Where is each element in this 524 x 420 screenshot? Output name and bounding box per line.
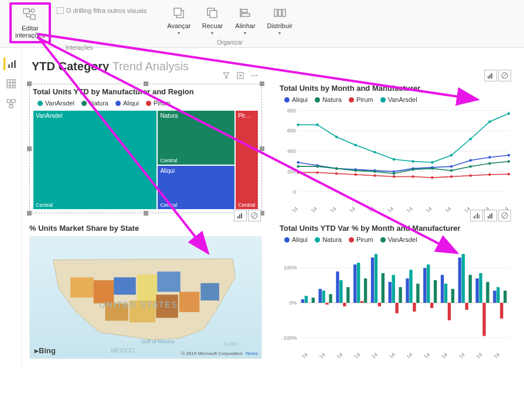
svg-rect-161 <box>322 291 325 303</box>
svg-point-65 <box>450 154 452 156</box>
svg-rect-26 <box>9 105 13 108</box>
line-chart-body[interactable]: 0200400600800Jan-14Feb-14Mar-14Apr-14May… <box>280 107 512 212</box>
bring-forward-button[interactable]: Avançar ▾ <box>164 2 194 38</box>
svg-rect-176 <box>378 303 381 306</box>
svg-rect-119 <box>200 283 219 301</box>
svg-text:Jun-14: Jun-14 <box>380 351 396 358</box>
svg-rect-12 <box>241 13 250 16</box>
report-canvas[interactable]: YTD Category Trend Analysis ⋯ Total Unit… <box>22 48 524 371</box>
ribbon-group-arrange: Avançar ▾ Recuar ▾ Alinhar ▾ Distribuir … <box>159 2 301 45</box>
svg-rect-125 <box>489 214 491 218</box>
align-button[interactable]: Alinhar ▾ <box>230 2 260 38</box>
svg-rect-120 <box>474 216 475 218</box>
svg-rect-14 <box>278 9 281 16</box>
visual-line-chart[interactable]: Total Units by Month and Manufacturer Al… <box>280 84 512 213</box>
svg-rect-167 <box>427 264 430 303</box>
svg-text:Sep-14: Sep-14 <box>435 206 452 212</box>
interaction-highlight-icon[interactable] <box>470 210 483 221</box>
visual-treemap[interactable]: ⋯ Total Units YTD by Manufacturer and Re… <box>29 84 262 213</box>
svg-rect-118 <box>179 292 200 312</box>
svg-rect-194 <box>486 282 489 303</box>
svg-point-100 <box>431 176 433 179</box>
svg-text:800: 800 <box>287 108 296 114</box>
nav-model-view[interactable] <box>5 97 18 110</box>
distribute-button[interactable]: Distribuir ▾ <box>263 2 295 38</box>
svg-point-2 <box>31 9 35 12</box>
map-mexico-label: MEXICO <box>111 347 134 354</box>
svg-text:0%: 0% <box>290 300 297 306</box>
svg-rect-183 <box>500 303 503 319</box>
svg-point-84 <box>355 169 357 172</box>
svg-text:Mar-14: Mar-14 <box>327 351 343 358</box>
svg-rect-19 <box>7 80 15 88</box>
svg-rect-30 <box>488 76 489 78</box>
svg-rect-32 <box>491 73 492 78</box>
edit-interactions-icon <box>22 7 38 23</box>
map-country-label: UNITED STATES <box>100 300 178 309</box>
svg-text:Apr-14: Apr-14 <box>345 351 361 358</box>
filter-icon[interactable] <box>220 70 233 81</box>
visual-map[interactable]: % Units Market Share by State <box>29 224 262 359</box>
svg-text:Jul-14: Jul-14 <box>399 351 414 358</box>
interaction-none-icon[interactable] <box>498 70 511 81</box>
svg-rect-177 <box>396 303 399 313</box>
bring-forward-icon <box>171 5 187 21</box>
treemap-body[interactable]: VanArsdelCentral NaturaCentral AliquiCen… <box>33 110 258 210</box>
svg-text:0: 0 <box>293 189 296 195</box>
svg-rect-187 <box>364 278 367 303</box>
svg-text:Oct-14: Oct-14 <box>450 351 466 358</box>
svg-text:Sep-14: Sep-14 <box>432 351 448 358</box>
svg-rect-18 <box>14 60 16 68</box>
send-backward-button[interactable]: Recuar ▾ <box>198 2 227 38</box>
svg-point-92 <box>508 160 510 162</box>
svg-text:Jul-14: Jul-14 <box>399 206 414 212</box>
svg-rect-17 <box>11 62 13 68</box>
svg-point-90 <box>469 165 472 168</box>
svg-rect-180 <box>448 303 451 320</box>
focus-mode-icon[interactable] <box>234 70 247 81</box>
page-title-bold: YTD Category <box>32 60 109 73</box>
svg-rect-24 <box>7 100 11 103</box>
dropdown-caret-icon: ▾ <box>178 30 180 36</box>
svg-line-27 <box>9 103 11 105</box>
svg-point-58 <box>316 124 318 126</box>
svg-rect-126 <box>491 213 492 218</box>
interaction-filter-icon[interactable] <box>234 210 247 221</box>
interaction-none-icon[interactable] <box>248 210 261 221</box>
map-copyright: © 2019 Microsoft Corporation Terms <box>181 351 258 356</box>
svg-point-88 <box>431 167 433 169</box>
svg-point-94 <box>316 171 318 173</box>
bar-chart-body[interactable]: -100%0%100%Jan-14Feb-14Mar-14Apr-14May-1… <box>280 247 512 358</box>
page-title-rest: Trend Analysis <box>109 60 189 73</box>
svg-line-28 <box>11 103 13 105</box>
visual-bar-chart[interactable]: Total Units YTD Var % by Month and Manuf… <box>280 224 512 359</box>
svg-text:600: 600 <box>287 128 296 134</box>
svg-point-78 <box>469 159 472 162</box>
more-options-icon[interactable]: ⋯ <box>248 70 261 81</box>
align-label: Alinhar <box>235 22 255 29</box>
svg-point-91 <box>488 162 491 165</box>
drilling-filters-label: O drilling filtra outros visuais <box>66 7 147 14</box>
interaction-none-icon[interactable] <box>498 210 511 221</box>
map-terms-link[interactable]: Terms <box>245 351 258 356</box>
svg-point-98 <box>393 175 395 177</box>
svg-rect-193 <box>469 275 472 303</box>
treemap-legend: VanArsdel Natura Aliqui Pirum <box>38 100 258 107</box>
svg-rect-122 <box>477 213 478 218</box>
svg-rect-113 <box>137 275 158 301</box>
interaction-filter-icon[interactable] <box>484 210 497 221</box>
map-body[interactable]: UNITED STATES Gulf of Mexico MEXICO CUBA… <box>29 236 262 359</box>
drilling-filters-checkbox[interactable]: O drilling filtra outros visuais <box>55 5 149 16</box>
edit-interactions-button[interactable]: Editar interações <box>9 2 51 43</box>
svg-point-67 <box>488 121 491 123</box>
nav-report-view[interactable] <box>4 57 16 70</box>
svg-rect-13 <box>274 9 277 16</box>
send-backward-label: Recuar <box>202 22 223 29</box>
interaction-filter-icon[interactable] <box>484 70 497 81</box>
svg-point-85 <box>373 170 376 173</box>
nav-data-view[interactable] <box>5 77 18 90</box>
svg-text:Jun-14: Jun-14 <box>379 206 394 212</box>
svg-line-109 <box>252 213 257 218</box>
svg-rect-123 <box>479 215 480 218</box>
svg-text:Feb-14: Feb-14 <box>310 351 326 358</box>
